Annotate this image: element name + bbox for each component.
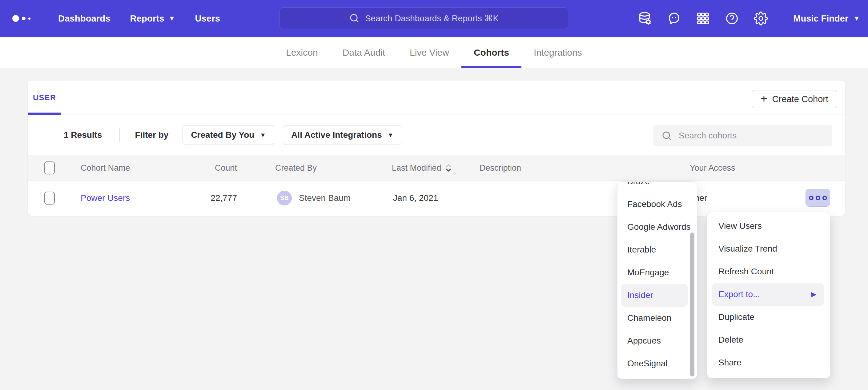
select-all-checkbox-cell xyxy=(44,155,55,181)
global-search-input[interactable]: Search Dashboards & Reports ⌘K xyxy=(279,7,568,29)
search-icon xyxy=(349,13,360,23)
last-modified-cell: Jan 6, 2021 xyxy=(393,181,438,215)
tab-integrations[interactable]: Integrations xyxy=(521,37,594,68)
tab-cohorts[interactable]: Cohorts xyxy=(461,37,521,68)
row-actions-button[interactable] xyxy=(806,189,830,207)
menu-item-export-to[interactable]: Export to... ▶ xyxy=(712,283,824,306)
chevron-down-icon: ▼ xyxy=(169,15,176,22)
menu-item-google-adwords[interactable]: Google Adwords xyxy=(617,216,697,238)
menu-item-refresh-count[interactable]: Refresh Count xyxy=(707,260,830,283)
integrations-dropdown[interactable]: All Active Integrations ▼ xyxy=(283,125,402,145)
created-by-cell: SB Steven Baum xyxy=(277,181,350,215)
tab-lexicon[interactable]: Lexicon xyxy=(274,37,330,68)
settings-icon[interactable] xyxy=(754,11,768,26)
cohort-name-link[interactable]: Power Users xyxy=(81,193,130,203)
col-last-modified: Last Modified xyxy=(392,155,452,181)
menu-item-view-users[interactable]: View Users xyxy=(707,215,830,237)
menu-item-duplicate[interactable]: Duplicate xyxy=(707,306,830,328)
table-row: Power Users 22,777 SB Steven Baum Jan 6,… xyxy=(28,181,845,215)
project-name: Music Finder xyxy=(793,13,848,24)
menu-item-chameleon[interactable]: Chameleon xyxy=(617,307,697,329)
mixpanel-logo-icon[interactable] xyxy=(12,15,30,22)
section-tabbar: Lexicon Data Audit Live View Cohorts Int… xyxy=(0,37,868,68)
menu-item-braze[interactable]: Braze xyxy=(617,182,697,193)
nav-dashboards[interactable]: Dashboards xyxy=(58,13,111,24)
tab-live-view[interactable]: Live View xyxy=(397,37,461,68)
count-cell: 22,777 xyxy=(176,181,237,215)
cohort-search xyxy=(653,125,832,147)
nav-reports[interactable]: Reports▼ xyxy=(130,13,176,24)
dots-icon xyxy=(809,196,813,200)
row-context-menu: View Users Visualize Trend Refresh Count… xyxy=(707,212,830,378)
app-window: Dashboards Reports▼ Users Search Dashboa… xyxy=(0,0,868,390)
apps-grid-icon[interactable] xyxy=(696,11,710,26)
create-cohort-button[interactable]: + Create Cohort xyxy=(752,90,837,108)
plus-icon: + xyxy=(761,93,767,104)
filter-bar: 1 Results Filter by Created By You ▼ All… xyxy=(28,115,845,155)
avatar: SB xyxy=(277,191,292,205)
cohorts-panel: USER + Create Cohort 1 Results Filter by… xyxy=(28,80,845,216)
row-checkbox[interactable] xyxy=(44,192,55,204)
col-cohort-name: Cohort Name xyxy=(81,155,130,181)
table-header: Cohort Name Count Created By Last Modifi… xyxy=(28,155,845,181)
chevron-down-icon: ▼ xyxy=(260,132,266,138)
scrollbar-thumb[interactable] xyxy=(690,232,694,377)
search-icon xyxy=(661,130,672,141)
menu-item-visualize-trend[interactable]: Visualize Trend xyxy=(707,237,830,260)
project-switcher[interactable]: Music Finder ▼ xyxy=(793,13,860,24)
results-count: 1 Results xyxy=(64,130,102,140)
nav-users[interactable]: Users xyxy=(195,13,220,24)
menu-item-delete[interactable]: Delete xyxy=(707,328,830,351)
menu-item-share[interactable]: Share xyxy=(707,351,830,374)
tab-data-audit[interactable]: Data Audit xyxy=(330,37,397,68)
sort-icon[interactable] xyxy=(445,164,452,172)
created-by-dropdown[interactable]: Created By You ▼ xyxy=(183,125,274,145)
divider xyxy=(119,128,120,142)
submenu-arrow-icon: ▶ xyxy=(811,290,816,298)
cohort-name-cell: Power Users xyxy=(81,181,130,215)
col-your-access: Your Access xyxy=(690,155,735,181)
col-created-by: Created By xyxy=(275,155,317,181)
menu-item-facebook-ads[interactable]: Facebook Ads xyxy=(617,193,697,216)
panel-tab-strip: USER + Create Cohort xyxy=(28,80,845,115)
feedback-icon[interactable] xyxy=(667,11,681,26)
row-checkbox-cell xyxy=(44,181,55,215)
menu-item-moengage[interactable]: MoEngage xyxy=(617,261,697,284)
chevron-down-icon: ▼ xyxy=(853,15,860,22)
top-nav: Dashboards Reports▼ Users Search Dashboa… xyxy=(0,0,868,37)
cohort-search-input[interactable] xyxy=(653,125,832,147)
select-all-checkbox[interactable] xyxy=(44,161,55,174)
col-count: Count xyxy=(176,155,237,181)
menu-item-onesignal[interactable]: OneSignal xyxy=(617,352,697,375)
tab-user-cohorts[interactable]: USER xyxy=(28,80,61,115)
menu-item-insider[interactable]: Insider xyxy=(621,284,688,307)
created-by-name: Steven Baum xyxy=(299,193,350,203)
help-icon[interactable] xyxy=(725,11,739,26)
data-management-icon[interactable] xyxy=(638,11,652,26)
menu-item-iterable[interactable]: Iterable xyxy=(617,238,697,261)
col-description: Description xyxy=(479,155,521,181)
export-destinations-menu: Braze Facebook Ads Google Adwords Iterab… xyxy=(617,182,697,379)
filter-by-label: Filter by xyxy=(135,130,169,140)
chevron-down-icon: ▼ xyxy=(388,132,394,138)
menu-item-appcues[interactable]: Appcues xyxy=(617,329,697,352)
